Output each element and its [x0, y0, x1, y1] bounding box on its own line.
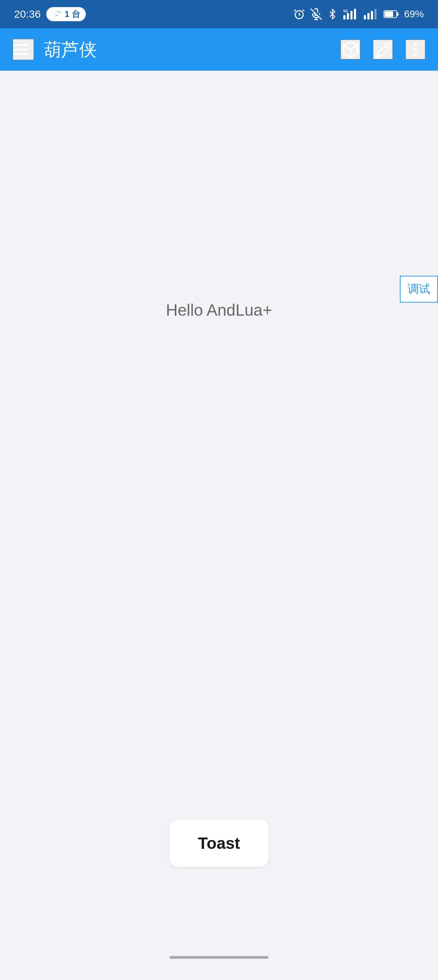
debug-button[interactable]: 调试: [400, 276, 438, 302]
wifi-status-icon: [52, 9, 62, 19]
badge-count: 1 台: [65, 8, 80, 20]
signal-5g-icon: [363, 8, 379, 20]
svg-rect-14: [397, 13, 398, 16]
app-bar: 葫芦侠: [0, 28, 438, 71]
svg-rect-4: [343, 15, 346, 19]
app-bar-actions: [341, 40, 425, 59]
battery-percent: 69%: [404, 8, 424, 20]
status-bar: 20:36 1 台: [0, 0, 438, 28]
signal-4g-icon: 5G: [343, 8, 358, 20]
status-bar-right: 5G 69%: [293, 8, 424, 20]
svg-rect-12: [375, 9, 376, 19]
hamburger-line-3: [13, 53, 29, 55]
svg-rect-15: [385, 11, 393, 17]
status-notification-badge: 1 台: [46, 7, 86, 21]
app-title: 葫芦侠: [44, 38, 341, 62]
menu-button[interactable]: [13, 39, 34, 60]
toast-button[interactable]: Toast: [170, 819, 268, 867]
svg-rect-11: [371, 11, 373, 19]
svg-point-19: [414, 53, 417, 57]
svg-point-18: [414, 48, 417, 51]
leaf-icon: [374, 40, 392, 59]
bottom-nav-indicator: [170, 956, 268, 959]
hamburger-line-2: [13, 49, 29, 50]
alarm-icon: [293, 8, 305, 20]
svg-rect-7: [354, 9, 356, 19]
status-bar-left: 20:36 1 台: [14, 7, 86, 21]
main-content: 调试 Hello AndLua+ Toast: [0, 71, 438, 980]
more-action-button[interactable]: [406, 40, 425, 59]
cube-action-button[interactable]: [341, 40, 360, 59]
hamburger-line-1: [13, 44, 29, 46]
bluetooth-icon: [327, 9, 338, 19]
more-dots-icon: [406, 40, 425, 59]
leaf-action-button[interactable]: [373, 40, 393, 59]
svg-rect-5: [347, 13, 349, 19]
battery-icon: [384, 9, 399, 19]
svg-point-17: [414, 43, 417, 46]
cube-icon: [341, 40, 360, 59]
svg-rect-6: [351, 11, 352, 19]
mute-icon: [310, 8, 322, 20]
status-time: 20:36: [14, 8, 41, 20]
hello-text: Hello AndLua+: [166, 301, 272, 320]
svg-text:5G: 5G: [343, 9, 348, 13]
svg-rect-9: [364, 15, 366, 19]
svg-rect-10: [367, 13, 370, 19]
